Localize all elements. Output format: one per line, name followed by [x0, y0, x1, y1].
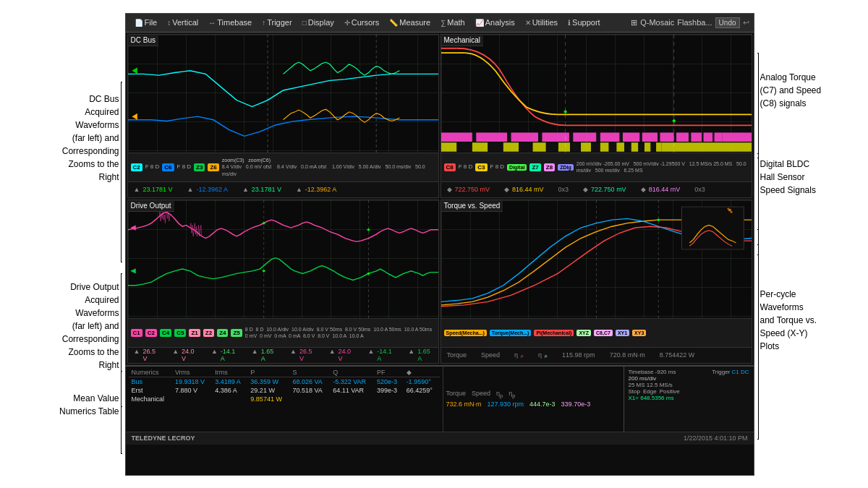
menu-cursors[interactable]: ✛ Cursors [340, 17, 384, 28]
svg-rect-27 [689, 132, 691, 142]
meas-ts-eta2: ηₚ [538, 351, 548, 359]
svg-rect-51 [638, 142, 644, 152]
meas-ts-torque-val: 720.8 mN·m [610, 351, 645, 359]
hall-sensor-annotation: Digital BLDC Hall Sensor Speed Signals [760, 158, 816, 197]
svg-rect-49 [624, 142, 631, 152]
dc-bus-title: DC Bus [128, 35, 158, 46]
meas-ts-rpm-val: 115.98 rpm [562, 351, 595, 359]
svg-rect-44 [581, 142, 591, 152]
menu-file[interactable]: 📄 File [130, 17, 162, 28]
svg-rect-18 [600, 132, 619, 142]
undo-button[interactable]: Undo [715, 17, 740, 28]
meas-drv-v1: ▲26.5 V [134, 348, 158, 362]
menu-math[interactable]: ∑ Math [436, 17, 469, 28]
ch-c4-badge: C4 [160, 329, 171, 337]
table-row-bus: Bus 19.9318 V 3.4189 A 36.359 W 68.026 V… [129, 377, 440, 386]
torque-speed-canvas[interactable] [441, 200, 752, 318]
meas-drv-a3: ▲-14.1 A [367, 348, 393, 362]
menubar[interactable]: 📄 File ↕ Vertical ↔ Timebase ↑ Trigger □… [126, 14, 754, 33]
ch-z2-badge: Z2 [203, 329, 214, 337]
menu-vertical[interactable]: ↕ Vertical [163, 17, 203, 28]
ch-z6-badge: Z6 [208, 163, 218, 171]
svg-rect-10 [476, 132, 507, 142]
right-num-row1: Torque Speed ηp ηp [446, 390, 621, 399]
dc-bus-meas: ▲23.1781 V ▲-12.3962 A ▲23.1781 V ▲-12.3… [128, 181, 438, 197]
svg-marker-3 [132, 113, 137, 119]
svg-rect-33 [722, 132, 752, 142]
ch-xy1-badge: XY1 [616, 330, 629, 336]
numerics-section: Numerics Vrms Irms P S Q PF ◆ [126, 367, 754, 432]
svg-rect-39 [519, 142, 532, 152]
svg-rect-40 [532, 142, 545, 152]
ch-c6-info: F 8 D [177, 163, 192, 171]
menu-trigger[interactable]: ↑ Trigger [258, 17, 296, 28]
drive-output-canvas[interactable] [128, 200, 438, 318]
svg-rect-29 [702, 132, 703, 142]
meas-v1: ▲23.1781 V [134, 186, 173, 193]
ch-c3-badge: C3 [475, 163, 487, 171]
meas-mv4: ◆816.44 mV [641, 186, 681, 193]
menu-measure[interactable]: 📏 Measure [385, 17, 435, 28]
svg-marker-73 [130, 268, 136, 273]
meas-drv-a2: ▲1.65 A [252, 348, 276, 362]
svg-rect-35 [456, 142, 472, 152]
ch-c6-badge: C6 [162, 163, 174, 171]
timebase-info-box: Timebase -920 ms Trigger C1 DC 200 ms/di… [624, 367, 754, 432]
svg-rect-9 [472, 132, 475, 142]
svg-point-76 [730, 210, 732, 213]
mechanical-canvas[interactable] [441, 35, 752, 153]
mechanical-info: C8 F 8 D C3 F 8 D Digital Z7 Z8 ZDig 200… [441, 153, 752, 181]
ch-zdig-badge: ZDig [558, 164, 574, 171]
dc-bus-canvas[interactable] [128, 35, 438, 153]
ch-z7-badge: Z7 [529, 163, 540, 171]
torque-speed-info: Speed(Mecha...) Torque(Mech...) Pi(Mecha… [441, 318, 752, 347]
ch-zoom-info: zoom(C3) zoom(C6) 8.4 V/div 0.0 mV ofst … [222, 157, 435, 176]
analog-torque-annotation: Analog Torque (C7) and Speed (C8) signal… [760, 71, 822, 110]
menu-display[interactable]: □ Display [298, 17, 339, 28]
svg-rect-11 [507, 132, 511, 142]
ch-digital-badge: Digital [507, 164, 527, 171]
torque-speed-meas: Torque Speed ηₚ ηₚ 115.98 rpm [441, 347, 752, 363]
menu-analysis[interactable]: 📈 Analysis [471, 17, 519, 28]
ch-speed-badge: Speed(Mecha...) [444, 330, 487, 336]
dc-bus-panel: DC Bus [127, 34, 439, 198]
meas-a1: ▲-12.3962 A [187, 186, 227, 193]
svg-rect-74 [681, 207, 744, 249]
status-bar: TELEDYNE LECROY 1/22/2015 4:01:10 PM [126, 432, 754, 445]
right-annotations: Analog Torque (C7) and Speed (C8) signal… [754, 13, 869, 476]
svg-rect-31 [712, 132, 714, 142]
svg-rect-13 [538, 132, 542, 142]
svg-rect-8 [441, 132, 472, 142]
ch-z1-badge: Z1 [189, 329, 200, 337]
ch-z5-badge: Z5 [231, 329, 242, 337]
numerics-table: Numerics Vrms Irms P S Q PF ◆ [129, 368, 440, 403]
svg-rect-20 [622, 132, 639, 142]
ch-xyz-badge: XYZ [576, 330, 591, 336]
svg-rect-45 [590, 142, 600, 152]
meas-a2: ▲-12.3962 A [296, 186, 336, 193]
ch-c8c7-badge: C8,C7 [594, 330, 613, 336]
meas-ts-power-val: 8.754422 W [660, 351, 695, 359]
meas-mv3: ◆722.750 mV [583, 186, 626, 193]
meas-ts-speed: Speed [481, 351, 500, 359]
svg-rect-25 [673, 132, 676, 142]
right-num-row2: 732.6 mN·m 127.930 rpm 444.7e-3 339.70e-… [446, 401, 621, 408]
svg-rect-48 [616, 142, 624, 152]
svg-rect-54 [656, 142, 662, 152]
svg-rect-12 [511, 132, 538, 142]
bottom-section: Numerics Vrms Irms P S Q PF ◆ [126, 365, 754, 475]
menubar-right: ⊞ Q-Mosaic Flashba... Undo ↩ [631, 17, 749, 28]
drive-output-info: C1 C2 C4 C5 Z1 Z2 Z4 Z5 8 D 8 D 10.0 A/d… [128, 318, 438, 347]
ch-c1-badge: C1 [131, 329, 142, 337]
ch-xy3-badge: XY3 [632, 330, 646, 336]
table-row-erst: Erst 7.880 V 4.386 A 29.21 W 70.518 VA 6… [129, 386, 440, 395]
menu-timebase[interactable]: ↔ Timebase [204, 17, 256, 28]
meas-hex2: 0x3 [694, 186, 705, 193]
svg-rect-38 [503, 142, 518, 152]
meas-hex1: 0x3 [558, 186, 569, 193]
menu-support[interactable]: ℹ Support [563, 17, 605, 28]
svg-rect-30 [703, 132, 712, 142]
numerics-annotation: Mean Value Numerics Table [59, 392, 119, 418]
menu-utilities[interactable]: ✕ Utilities [521, 17, 562, 28]
ch-z3-badge: Z3 [194, 163, 205, 171]
